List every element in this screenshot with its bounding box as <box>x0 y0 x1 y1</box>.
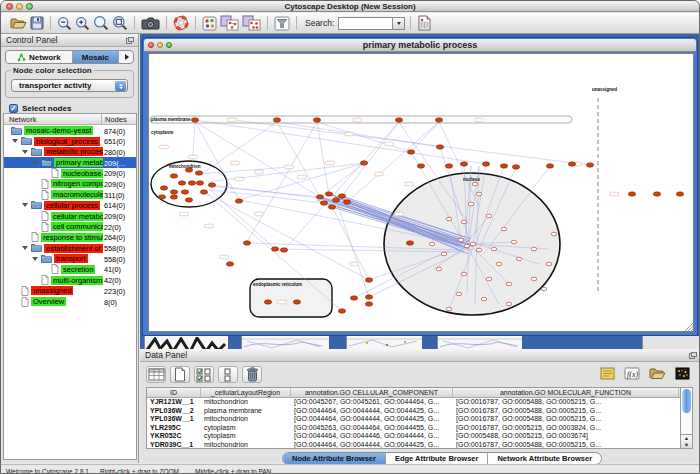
tree-row[interactable]: metabolic process280(0) <box>4 146 136 157</box>
search-dropdown-button[interactable] <box>393 17 405 30</box>
merge-networks-icon[interactable] <box>220 15 239 31</box>
table-row[interactable]: YLR295Ccytoplasm[GO:0045263, GO:0044464,… <box>147 424 680 433</box>
tree-row-label[interactable]: establishment of lo <box>44 244 103 253</box>
table-row[interactable]: YJR121W__1mitochondrion[GO:0045267, GO:0… <box>147 398 680 407</box>
import-table-icon[interactable] <box>649 367 666 380</box>
table-column-header[interactable]: annotation.GO CELLULAR_COMPONENT <box>291 388 453 397</box>
background-window-fragment[interactable] <box>144 336 228 349</box>
tree-row-label[interactable]: biological_process <box>34 137 100 146</box>
tree-row-label[interactable]: multi-organism pro <box>51 276 103 285</box>
node-color-dropdown[interactable]: transporter activity <box>11 79 128 92</box>
network-view-titlebar[interactable]: primary metabolic process <box>144 39 696 52</box>
table-row[interactable]: YKR052Ccytoplasm[GO:0044464, GO:0044446,… <box>147 432 680 441</box>
network-canvas[interactable]: plasma membranecytoplasmunassignedmitoch… <box>148 53 694 332</box>
tree-row[interactable]: mosaic-demo-yeast874(0) <box>4 125 136 136</box>
table-column-header[interactable]: annotation.GO MOLECULAR_FUNCTION <box>453 388 679 397</box>
tree-row[interactable]: transport558(0) <box>4 253 136 264</box>
tree-row-label[interactable]: unassigned <box>31 286 73 295</box>
function-builder-icon[interactable]: f(x) <box>624 367 640 380</box>
tree-row-label[interactable]: secretion <box>61 265 95 274</box>
network-close-button[interactable] <box>148 42 154 48</box>
tree-row-label[interactable]: transport <box>54 254 88 263</box>
tree-row[interactable]: unassigned223(0) <box>4 285 136 296</box>
tree-row[interactable]: response to stimulu264(0) <box>4 232 136 243</box>
snapshot-camera-icon[interactable] <box>141 16 160 30</box>
background-window-fragment[interactable] <box>241 336 329 349</box>
tree-row[interactable]: cellular metabo209(0) <box>4 211 136 222</box>
tree-row[interactable]: multi-organism pro42(0) <box>4 275 136 286</box>
select-attributes-icon[interactable] <box>194 366 214 383</box>
search-input[interactable] <box>338 17 393 30</box>
float-panel-icon[interactable] <box>126 37 134 44</box>
tree-expand-arrow[interactable] <box>22 246 28 253</box>
data-panel-float-icon[interactable] <box>689 352 697 359</box>
tree-row[interactable]: cellular process614(0) <box>4 200 136 211</box>
minimize-button[interactable] <box>16 3 23 10</box>
tree-row-label[interactable]: response to stimulu <box>41 233 103 242</box>
tree-row-label[interactable]: cellular metabo <box>51 212 103 221</box>
tab-network[interactable]: Network <box>6 51 73 63</box>
tree-row-label[interactable]: cellular process <box>44 201 100 210</box>
tree-row[interactable]: nucleobase-209(0) <box>4 168 136 179</box>
zoom-button[interactable] <box>26 3 33 10</box>
zoom-fit-icon[interactable] <box>93 15 109 31</box>
tree-row-label[interactable]: nucleobase- <box>61 169 103 178</box>
tree-row[interactable]: biological_process651(0) <box>4 136 136 147</box>
tree-row-label[interactable]: Overview <box>31 297 66 306</box>
close-button[interactable] <box>6 3 13 10</box>
network-minimize-button[interactable] <box>157 42 163 48</box>
tree-row-label[interactable]: metabolic process <box>44 147 103 156</box>
zoom-in-icon[interactable] <box>75 16 90 31</box>
tree-row-label[interactable]: mosaic-demo-yeast <box>24 126 93 135</box>
background-window-fragment[interactable] <box>437 336 522 349</box>
tree-expand-arrow[interactable] <box>32 161 38 168</box>
unselect-attributes-icon[interactable] <box>218 366 238 383</box>
tree-expand-arrow[interactable] <box>32 257 38 264</box>
tree-row[interactable]: nitrogen compo209(0) <box>4 178 136 189</box>
matrix-icon[interactable] <box>675 367 690 380</box>
table-row[interactable]: YPL036W__1mitochondrion[GO:0044464, GO:0… <box>147 415 680 424</box>
select-nodes-checkbox[interactable]: ✓ <box>9 104 18 113</box>
tree-row[interactable]: macromolecule311(0) <box>4 189 136 200</box>
help-lifering-icon[interactable] <box>173 15 189 31</box>
scrollbar-arrows[interactable]: ▲▼ <box>681 434 692 448</box>
background-window-fragment[interactable] <box>346 336 422 349</box>
tree-expand-arrow[interactable] <box>22 203 28 210</box>
tree-row[interactable]: secretion41(0) <box>4 264 136 275</box>
tree-row-label[interactable]: primary metabo <box>54 158 103 167</box>
tree-row-label[interactable]: macromolecule <box>51 190 103 199</box>
window-titlebar[interactable]: Cytoscape Desktop (New Session) <box>1 1 699 12</box>
scrollbar-thumb[interactable] <box>682 389 691 413</box>
overlay-networks-icon[interactable] <box>242 15 261 31</box>
table-scrollbar[interactable]: ▲▼ <box>680 387 693 449</box>
save-icon[interactable] <box>30 16 44 30</box>
tree-row[interactable]: primary metabo209(... <box>4 157 136 168</box>
tree-expand-arrow[interactable] <box>12 139 18 146</box>
table-column-header[interactable]: ID <box>147 388 201 397</box>
tree-row-label[interactable]: cell communicat <box>51 222 103 231</box>
open-icon[interactable] <box>10 16 27 30</box>
network-zoom-button[interactable] <box>166 42 172 48</box>
zoom-out-icon[interactable] <box>57 16 72 31</box>
tab-edge-attribute-browser[interactable]: Edge Attribute Browser <box>385 453 487 464</box>
attribute-table-icon[interactable] <box>146 366 166 383</box>
vizmapper-icon[interactable] <box>202 16 217 31</box>
tab-overflow-button[interactable] <box>118 51 133 63</box>
zoom-selected-icon[interactable] <box>112 15 128 31</box>
tree-row-label[interactable]: nitrogen compo <box>51 179 103 188</box>
background-window-fragment[interactable] <box>642 336 700 349</box>
delete-attribute-icon[interactable] <box>242 366 262 383</box>
tab-mosaic[interactable]: Mosaic <box>73 51 118 63</box>
table-row[interactable]: YPL036W__2plasma membrane[GO:0044464, GO… <box>147 407 680 416</box>
filter-icon[interactable] <box>274 16 290 31</box>
table-row[interactable]: YDR039C__1mitochondrion[GO:0044464, GO:0… <box>147 441 680 450</box>
table-column-header[interactable]: _cellularLayoutRegion <box>201 388 291 397</box>
tab-node-attribute-browser[interactable]: Node Attribute Browser <box>283 453 385 464</box>
tree-row[interactable]: cell communicat22(0) <box>4 221 136 232</box>
network-view-window[interactable]: primary metabolic process plasma membran… <box>142 37 698 336</box>
tree-row[interactable]: Overview8(0) <box>4 296 136 307</box>
import-attributes-icon[interactable] <box>417 15 432 31</box>
tree-row[interactable]: establishment of lo558(0) <box>4 243 136 254</box>
attribute-table[interactable]: ID_cellularLayoutRegionannotation.GO CEL… <box>146 387 681 449</box>
new-attribute-icon[interactable] <box>170 366 190 383</box>
